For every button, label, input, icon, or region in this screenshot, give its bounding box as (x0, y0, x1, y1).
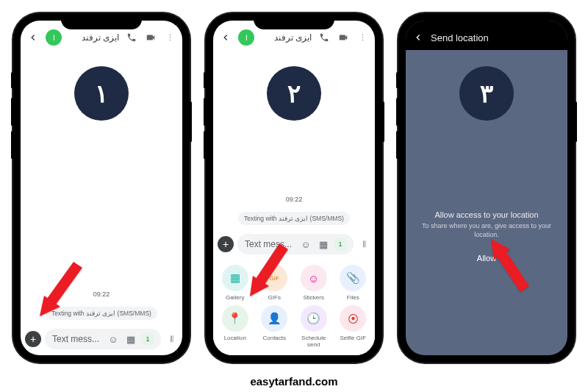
notch (254, 13, 334, 29)
step-number: ۲ (267, 66, 321, 121)
permission-title: Allow access to your location (434, 210, 538, 219)
contact-avatar[interactable]: ا (238, 29, 254, 46)
step-number: ۳ (459, 66, 514, 121)
phone-frame-3: Send location ۳ Allow access to your loc… (398, 13, 575, 363)
stickers-icon: ☺ (301, 265, 327, 291)
voice-icon[interactable]: ⦀ (165, 333, 178, 345)
files-icon: 📎 (340, 265, 366, 291)
phone-frame-2: ا ایزی ترفند ⋮ ۲ 09:22 Texting with ایزی… (206, 13, 382, 363)
contacts-icon: 👤 (261, 305, 287, 332)
contact-name[interactable]: ایزی ترفند (68, 32, 119, 43)
info-chip: Texting with ایزی ترفند (SMS/MMS) (238, 212, 350, 225)
attachment-label: Gallery (226, 294, 244, 301)
attachment-schedule-send[interactable]: 🕒Schedule send (295, 305, 333, 348)
more-icon[interactable]: ⋮ (163, 31, 176, 44)
attachment-label: Schedule send (295, 335, 333, 348)
back-button[interactable] (219, 31, 232, 44)
video-icon[interactable] (144, 31, 157, 44)
step-number: ۱ (74, 66, 129, 121)
gallery-icon: ▦ (222, 265, 248, 291)
contact-avatar[interactable]: ا (46, 29, 62, 46)
emoji-icon[interactable]: ☺ (299, 239, 312, 250)
attach-button[interactable]: + (218, 236, 234, 252)
location-icon: 📍 (222, 305, 248, 332)
attach-button[interactable]: + (25, 331, 41, 347)
notch (446, 13, 527, 29)
attachment-location[interactable]: 📍Location (216, 305, 254, 348)
call-icon[interactable] (125, 31, 138, 44)
back-button[interactable] (26, 31, 40, 44)
schedule-send-icon: 🕒 (301, 305, 327, 332)
timestamp: 09:22 (219, 196, 369, 203)
attachment-label: Files (347, 294, 359, 301)
attachment-label: Stickers (304, 294, 324, 301)
back-button[interactable] (412, 31, 425, 44)
attachment-label: Location (224, 335, 246, 341)
sim-indicator[interactable]: 1 (142, 333, 154, 345)
notch (61, 13, 142, 29)
annotation-arrow (34, 257, 85, 323)
voice-icon[interactable]: ⦀ (357, 238, 370, 250)
call-icon[interactable] (318, 31, 331, 44)
attachment-label: Selfie GIF (340, 335, 366, 341)
annotation-arrow (487, 236, 531, 298)
gallery-shortcut-icon[interactable]: ▦ (317, 239, 330, 250)
more-icon[interactable]: ⋮ (356, 31, 369, 44)
selfie-gif-icon: ⦿ (340, 305, 366, 332)
annotation-arrow (245, 240, 290, 302)
attachment-selfie-gif[interactable]: ⦿Selfie GIF (334, 305, 373, 348)
sim-indicator[interactable]: 1 (334, 238, 346, 250)
screen-title: Send location (431, 32, 562, 43)
attachment-label: Contacts (262, 335, 286, 341)
attachment-panel: ▦GalleryGIFGIFs☺Stickers📎Files📍Location👤… (213, 260, 375, 355)
attribution: easytarfand.com (0, 375, 588, 388)
gallery-shortcut-icon[interactable]: ▦ (124, 334, 137, 345)
compose-bar: + Text mess... ☺ ▦ 1 ⦀ (213, 229, 375, 260)
message-input[interactable]: Text mess... ☺ ▦ 1 (45, 329, 161, 349)
placeholder: Text mess... (52, 334, 102, 344)
video-icon[interactable] (337, 31, 350, 44)
compose-bar: + Text mess... ☺ ▦ 1 ⦀ (21, 324, 182, 355)
phone-frame-1: ا ایزی ترفند ⋮ ۱ 09:22 Texting with ایزی… (13, 13, 190, 363)
attachment-stickers[interactable]: ☺Stickers (295, 265, 333, 301)
attachment-files[interactable]: 📎Files (334, 265, 373, 301)
attachment-contacts[interactable]: 👤Contacts (256, 305, 294, 348)
contact-name[interactable]: ایزی ترفند (260, 32, 312, 43)
emoji-icon[interactable]: ☺ (107, 334, 120, 345)
message-area: 09:22 Texting with ایزی ترفند (SMS/MMS) (213, 121, 375, 229)
